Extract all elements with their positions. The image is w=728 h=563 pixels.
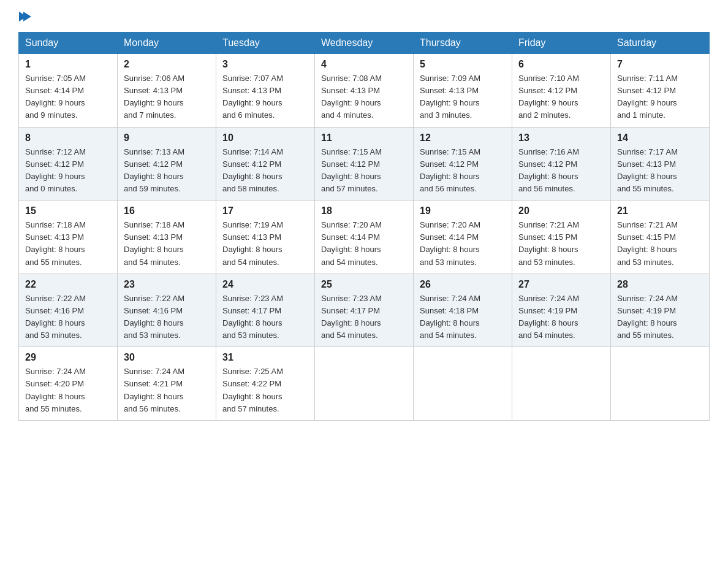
calendar-cell: 19 Sunrise: 7:20 AMSunset: 4:14 PMDaylig… [414, 201, 512, 274]
calendar-cell: 20 Sunrise: 7:21 AMSunset: 4:15 PMDaylig… [512, 201, 611, 274]
calendar-cell: 25 Sunrise: 7:23 AMSunset: 4:17 PMDaylig… [315, 274, 414, 347]
col-header-sunday: Sunday [19, 33, 118, 54]
day-info: Sunrise: 7:15 AMSunset: 4:12 PMDaylight:… [321, 147, 382, 193]
calendar-cell: 8 Sunrise: 7:12 AMSunset: 4:12 PMDayligh… [19, 127, 118, 201]
day-info: Sunrise: 7:20 AMSunset: 4:14 PMDaylight:… [321, 220, 382, 266]
calendar-cell: 11 Sunrise: 7:15 AMSunset: 4:12 PMDaylig… [315, 127, 414, 201]
day-number: 15 [25, 205, 111, 216]
calendar-cell: 7 Sunrise: 7:11 AMSunset: 4:12 PMDayligh… [611, 54, 710, 128]
day-number: 9 [124, 132, 210, 144]
day-info: Sunrise: 7:18 AMSunset: 4:13 PMDaylight:… [25, 220, 86, 266]
day-number: 25 [321, 279, 407, 290]
calendar-cell: 2 Sunrise: 7:06 AMSunset: 4:13 PMDayligh… [118, 54, 216, 128]
calendar-week-row: 15 Sunrise: 7:18 AMSunset: 4:13 PMDaylig… [19, 201, 710, 274]
calendar-cell [414, 347, 512, 421]
day-number: 18 [321, 205, 407, 216]
day-number: 21 [617, 205, 703, 216]
calendar-cell: 22 Sunrise: 7:22 AMSunset: 4:16 PMDaylig… [19, 274, 118, 347]
day-number: 12 [420, 132, 506, 144]
day-info: Sunrise: 7:25 AMSunset: 4:22 PMDaylight:… [222, 367, 283, 413]
calendar-cell: 23 Sunrise: 7:22 AMSunset: 4:16 PMDaylig… [118, 274, 216, 347]
day-info: Sunrise: 7:17 AMSunset: 4:13 PMDaylight:… [617, 147, 678, 193]
day-info: Sunrise: 7:11 AMSunset: 4:12 PMDaylight:… [617, 74, 678, 120]
day-info: Sunrise: 7:24 AMSunset: 4:20 PMDaylight:… [25, 367, 86, 413]
page-header [18, 12, 710, 20]
day-info: Sunrise: 7:24 AMSunset: 4:19 PMDaylight:… [518, 294, 579, 340]
day-number: 1 [25, 59, 111, 70]
day-number: 2 [124, 59, 210, 70]
day-info: Sunrise: 7:16 AMSunset: 4:12 PMDaylight:… [518, 147, 579, 193]
day-number: 29 [25, 352, 111, 363]
day-info: Sunrise: 7:07 AMSunset: 4:13 PMDaylight:… [222, 74, 283, 120]
day-info: Sunrise: 7:06 AMSunset: 4:13 PMDaylight:… [124, 74, 184, 120]
col-header-friday: Friday [512, 33, 611, 54]
day-info: Sunrise: 7:13 AMSunset: 4:12 PMDaylight:… [124, 147, 184, 193]
col-header-wednesday: Wednesday [315, 33, 414, 54]
calendar-cell: 15 Sunrise: 7:18 AMSunset: 4:13 PMDaylig… [19, 201, 118, 274]
calendar-header-row: SundayMondayTuesdayWednesdayThursdayFrid… [19, 33, 710, 54]
calendar-cell: 21 Sunrise: 7:21 AMSunset: 4:15 PMDaylig… [611, 201, 710, 274]
calendar-cell: 10 Sunrise: 7:14 AMSunset: 4:12 PMDaylig… [216, 127, 315, 201]
day-info: Sunrise: 7:21 AMSunset: 4:15 PMDaylight:… [617, 220, 678, 266]
day-info: Sunrise: 7:05 AMSunset: 4:14 PMDaylight:… [25, 74, 86, 120]
day-info: Sunrise: 7:19 AMSunset: 4:13 PMDaylight:… [222, 220, 283, 266]
day-number: 8 [25, 132, 111, 144]
day-info: Sunrise: 7:18 AMSunset: 4:13 PMDaylight:… [124, 220, 184, 266]
day-number: 26 [420, 279, 506, 290]
calendar-cell: 26 Sunrise: 7:24 AMSunset: 4:18 PMDaylig… [414, 274, 512, 347]
calendar-week-row: 1 Sunrise: 7:05 AMSunset: 4:14 PMDayligh… [19, 54, 710, 128]
calendar-cell: 17 Sunrise: 7:19 AMSunset: 4:13 PMDaylig… [216, 201, 315, 274]
calendar-cell: 28 Sunrise: 7:24 AMSunset: 4:19 PMDaylig… [611, 274, 710, 347]
calendar-cell: 12 Sunrise: 7:15 AMSunset: 4:12 PMDaylig… [414, 127, 512, 201]
calendar-cell [512, 347, 611, 421]
day-number: 14 [617, 132, 703, 144]
day-number: 13 [518, 132, 604, 144]
day-info: Sunrise: 7:08 AMSunset: 4:13 PMDaylight:… [321, 74, 382, 120]
calendar-cell [315, 347, 414, 421]
day-info: Sunrise: 7:24 AMSunset: 4:18 PMDaylight:… [420, 294, 480, 340]
calendar-cell: 6 Sunrise: 7:10 AMSunset: 4:12 PMDayligh… [512, 54, 611, 128]
calendar-cell: 14 Sunrise: 7:17 AMSunset: 4:13 PMDaylig… [611, 127, 710, 201]
day-number: 31 [222, 352, 308, 363]
col-header-monday: Monday [118, 33, 216, 54]
day-number: 22 [25, 279, 111, 290]
day-info: Sunrise: 7:15 AMSunset: 4:12 PMDaylight:… [420, 147, 480, 193]
day-number: 30 [124, 352, 210, 363]
calendar-table: SundayMondayTuesdayWednesdayThursdayFrid… [18, 32, 710, 421]
day-number: 27 [518, 279, 604, 290]
day-info: Sunrise: 7:22 AMSunset: 4:16 PMDaylight:… [25, 294, 86, 340]
calendar-cell: 18 Sunrise: 7:20 AMSunset: 4:14 PMDaylig… [315, 201, 414, 274]
day-number: 24 [222, 279, 308, 290]
day-info: Sunrise: 7:23 AMSunset: 4:17 PMDaylight:… [222, 294, 283, 340]
calendar-cell: 13 Sunrise: 7:16 AMSunset: 4:12 PMDaylig… [512, 127, 611, 201]
calendar-week-row: 29 Sunrise: 7:24 AMSunset: 4:20 PMDaylig… [19, 347, 710, 421]
logo [18, 12, 31, 20]
day-info: Sunrise: 7:20 AMSunset: 4:14 PMDaylight:… [420, 220, 480, 266]
day-number: 3 [222, 59, 308, 70]
day-info: Sunrise: 7:14 AMSunset: 4:12 PMDaylight:… [222, 147, 283, 193]
day-info: Sunrise: 7:22 AMSunset: 4:16 PMDaylight:… [124, 294, 184, 340]
day-info: Sunrise: 7:09 AMSunset: 4:13 PMDaylight:… [420, 74, 480, 120]
calendar-cell: 1 Sunrise: 7:05 AMSunset: 4:14 PMDayligh… [19, 54, 118, 128]
calendar-cell: 31 Sunrise: 7:25 AMSunset: 4:22 PMDaylig… [216, 347, 315, 421]
day-number: 19 [420, 205, 506, 216]
day-number: 4 [321, 59, 407, 70]
day-info: Sunrise: 7:12 AMSunset: 4:12 PMDaylight:… [25, 147, 86, 193]
day-info: Sunrise: 7:24 AMSunset: 4:19 PMDaylight:… [617, 294, 678, 340]
logo-chevron2-icon [23, 12, 31, 21]
calendar-cell: 4 Sunrise: 7:08 AMSunset: 4:13 PMDayligh… [315, 54, 414, 128]
calendar-week-row: 22 Sunrise: 7:22 AMSunset: 4:16 PMDaylig… [19, 274, 710, 347]
day-number: 16 [124, 205, 210, 216]
day-number: 20 [518, 205, 604, 216]
day-number: 11 [321, 132, 407, 144]
calendar-cell: 5 Sunrise: 7:09 AMSunset: 4:13 PMDayligh… [414, 54, 512, 128]
day-number: 5 [420, 59, 506, 70]
col-header-saturday: Saturday [611, 33, 710, 54]
day-info: Sunrise: 7:10 AMSunset: 4:12 PMDaylight:… [518, 74, 579, 120]
calendar-cell: 16 Sunrise: 7:18 AMSunset: 4:13 PMDaylig… [118, 201, 216, 274]
calendar-cell: 30 Sunrise: 7:24 AMSunset: 4:21 PMDaylig… [118, 347, 216, 421]
calendar-cell: 27 Sunrise: 7:24 AMSunset: 4:19 PMDaylig… [512, 274, 611, 347]
day-number: 10 [222, 132, 308, 144]
day-info: Sunrise: 7:24 AMSunset: 4:21 PMDaylight:… [124, 367, 184, 413]
day-info: Sunrise: 7:23 AMSunset: 4:17 PMDaylight:… [321, 294, 382, 340]
